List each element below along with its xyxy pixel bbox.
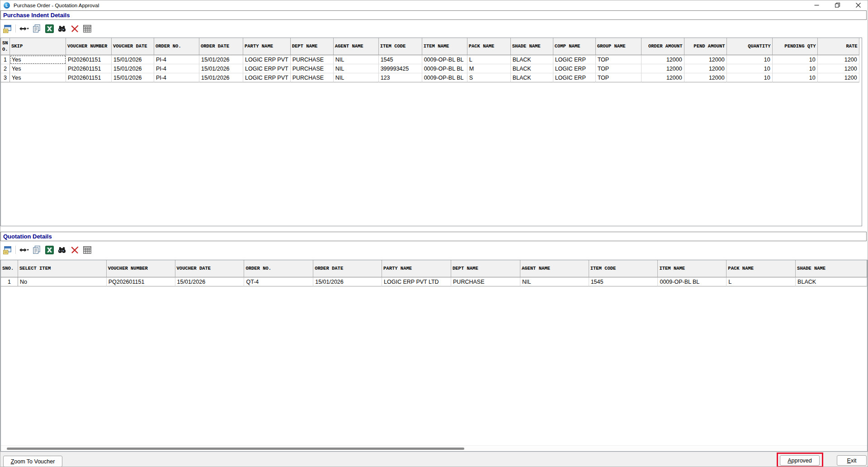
delete-icon[interactable] xyxy=(70,24,80,33)
column-header[interactable]: ORDER AMOUNT xyxy=(642,38,684,55)
data-cell[interactable]: BLACK xyxy=(511,64,553,73)
copy-icon[interactable] xyxy=(32,245,42,255)
column-header[interactable]: GROUP NAME xyxy=(596,38,642,55)
column-header[interactable]: ORDER DATE xyxy=(199,38,243,55)
column-header[interactable]: DEPT NAME xyxy=(291,38,334,55)
data-cell[interactable]: 1200 xyxy=(818,73,859,82)
approved-button[interactable]: Approved xyxy=(780,455,820,466)
data-cell[interactable]: 10 xyxy=(727,64,773,73)
column-header[interactable]: ITEM NAME xyxy=(422,38,467,55)
data-cell[interactable]: 123 xyxy=(379,73,422,82)
data-cell[interactable]: S xyxy=(467,73,511,82)
data-cell[interactable]: 1200 xyxy=(818,55,859,64)
data-cell[interactable]: TOP xyxy=(596,64,642,73)
data-cell[interactable]: BLACK xyxy=(511,55,553,64)
data-cell[interactable]: 12000 xyxy=(642,73,684,82)
data-cell[interactable]: 1545 xyxy=(379,55,422,64)
data-cell[interactable]: Yes xyxy=(10,64,66,73)
column-header[interactable]: AGENT NAME xyxy=(520,260,589,277)
data-cell[interactable]: M xyxy=(467,64,511,73)
excel-export-icon[interactable] xyxy=(44,245,54,255)
data-cell[interactable]: 12000 xyxy=(684,55,727,64)
data-cell[interactable]: 15/01/2026 xyxy=(199,55,243,64)
data-cell[interactable]: 0009-OP-BL BL xyxy=(658,277,726,286)
data-cell[interactable]: NIL xyxy=(334,55,379,64)
form-view-icon[interactable] xyxy=(2,24,12,33)
data-cell[interactable]: 10 xyxy=(727,73,773,82)
grid-icon[interactable] xyxy=(82,24,92,33)
data-cell[interactable]: 0009-OP-BL BL xyxy=(422,55,467,64)
data-cell[interactable]: 10 xyxy=(773,64,818,73)
data-cell[interactable]: 12000 xyxy=(684,64,727,73)
find-icon[interactable] xyxy=(57,24,67,33)
column-header[interactable]: PACK NAME xyxy=(467,38,511,55)
data-cell[interactable]: Yes xyxy=(10,55,66,64)
data-cell[interactable]: PURCHASE xyxy=(451,277,520,286)
data-cell[interactable]: NIL xyxy=(334,73,379,82)
data-cell[interactable]: PI-4 xyxy=(154,64,199,73)
column-header[interactable]: VOUCHER NUMBER xyxy=(107,260,175,277)
column-header[interactable]: DEPT NAME xyxy=(451,260,520,277)
excel-export-icon[interactable] xyxy=(44,24,54,33)
column-header[interactable]: SHADE NAME xyxy=(796,260,867,277)
data-cell[interactable]: PI-4 xyxy=(154,73,199,82)
data-cell[interactable]: 10 xyxy=(773,55,818,64)
data-cell[interactable]: 0009-OP-BL BL xyxy=(422,64,467,73)
data-cell[interactable]: 1545 xyxy=(589,277,658,286)
column-resize-icon[interactable] xyxy=(19,24,29,33)
copy-icon[interactable] xyxy=(32,24,42,33)
data-cell[interactable]: 10 xyxy=(773,73,818,82)
column-header[interactable]: ORDER DATE xyxy=(313,260,382,277)
data-cell[interactable]: 15/01/2026 xyxy=(112,73,154,82)
form-view-icon[interactable] xyxy=(2,245,12,255)
data-cell[interactable]: BLACK xyxy=(796,277,867,286)
data-cell[interactable]: LOGIC ERP PVT xyxy=(243,64,291,73)
column-header[interactable]: PEND AMOUNT xyxy=(684,38,727,55)
minimize-button[interactable] xyxy=(806,0,827,10)
zoom-to-voucher-button[interactable]: Zoom To Voucher xyxy=(3,456,62,467)
column-header[interactable]: PARTY NAME xyxy=(382,260,451,277)
data-cell[interactable]: QT-4 xyxy=(244,277,313,286)
data-cell[interactable]: PQ202601151 xyxy=(107,277,175,286)
data-cell[interactable]: NIL xyxy=(334,64,379,73)
column-header[interactable]: ORDER NO. xyxy=(244,260,313,277)
data-cell[interactable]: TOP xyxy=(596,73,642,82)
data-cell[interactable]: TOP xyxy=(596,55,642,64)
find-icon[interactable] xyxy=(57,245,67,255)
data-cell[interactable]: LOGIC ERP PVT xyxy=(243,55,291,64)
column-header[interactable]: AGENT NAME xyxy=(334,38,379,55)
column-header[interactable]: ORDER NO. xyxy=(154,38,199,55)
data-cell[interactable]: 12000 xyxy=(642,55,684,64)
data-cell[interactable]: PI202601151 xyxy=(66,64,112,73)
data-cell[interactable]: 12000 xyxy=(642,64,684,73)
horizontal-scrollbar[interactable] xyxy=(1,445,867,451)
column-header[interactable]: SNO. xyxy=(1,260,18,277)
data-cell[interactable]: 15/01/2026 xyxy=(199,64,243,73)
grid-icon[interactable] xyxy=(82,245,92,255)
data-cell[interactable]: L xyxy=(467,55,511,64)
data-cell[interactable]: 15/01/2026 xyxy=(175,277,245,286)
column-header[interactable]: SELECT ITEM xyxy=(18,260,107,277)
column-header[interactable]: SKIP xyxy=(10,38,66,55)
column-header[interactable]: PACK NAME xyxy=(726,260,796,277)
data-cell[interactable]: PURCHASE xyxy=(291,64,334,73)
data-cell[interactable]: 10 xyxy=(727,55,773,64)
column-header[interactable]: PARTY NAME xyxy=(243,38,291,55)
column-header[interactable]: ITEM CODE xyxy=(379,38,422,55)
exit-button[interactable]: Exit xyxy=(837,455,867,466)
data-cell[interactable]: 15/01/2026 xyxy=(313,277,382,286)
column-header[interactable]: COMP NAME xyxy=(553,38,596,55)
delete-icon[interactable] xyxy=(70,245,80,255)
data-cell[interactable]: 399993425 xyxy=(379,64,422,73)
data-cell[interactable]: 0009-OP-BL BL xyxy=(422,73,467,82)
data-cell[interactable]: L xyxy=(726,277,796,286)
column-header[interactable]: VOUCHER DATE xyxy=(175,260,245,277)
data-cell[interactable]: PI202601151 xyxy=(66,73,112,82)
data-cell[interactable]: LOGIC ERP PVT xyxy=(243,73,291,82)
data-cell[interactable]: LOGIC ERP xyxy=(553,73,596,82)
restore-button[interactable] xyxy=(827,0,848,10)
data-cell[interactable]: LOGIC ERP PVT LTD xyxy=(382,277,451,286)
column-header[interactable]: SNO. xyxy=(1,38,10,55)
column-header[interactable]: VOUCHER DATE xyxy=(112,38,154,55)
data-cell[interactable]: PURCHASE xyxy=(291,55,334,64)
